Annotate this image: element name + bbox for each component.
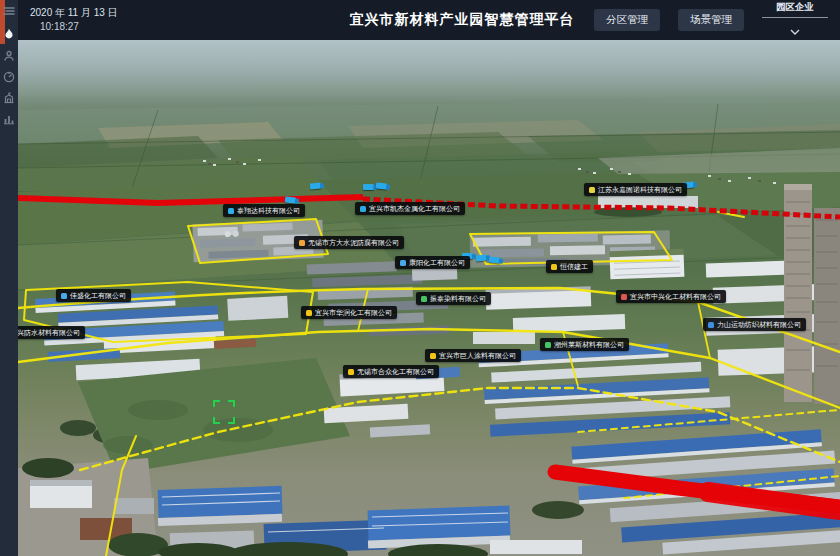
company-label-text: 泰翔达科技有限公司: [237, 207, 300, 214]
selection-box: [213, 400, 235, 424]
company-label[interactable]: 宜兴市华润化工有限公司: [301, 306, 397, 319]
factory-icon: [3, 92, 15, 104]
toolbar-item-personnel[interactable]: [0, 47, 18, 65]
company-label-text: 宜兴防水材料有限公司: [18, 329, 80, 336]
company-label-text: 宜兴市巨人涂料有限公司: [439, 352, 516, 359]
company-marker-icon: [421, 296, 427, 302]
company-marker-icon: [430, 353, 436, 359]
company-marker-icon: [61, 293, 67, 299]
toolbar-item-statistics[interactable]: [0, 110, 18, 128]
company-marker-icon: [400, 260, 406, 266]
app-window: 2020 年 11 月 13 日 10:18:27 宜兴市新材料产业园智慧管理平…: [0, 0, 840, 556]
company-label[interactable]: 江苏永嘉固诺科技有限公司: [584, 183, 687, 196]
company-label-text: 康阳化工有限公司: [409, 259, 465, 266]
zone-manage-button[interactable]: 分区管理: [594, 9, 660, 31]
company-label-text: 佳盛化工有限公司: [70, 292, 126, 299]
company-label[interactable]: 泰翔达科技有限公司: [223, 204, 305, 217]
left-toolbar: [0, 0, 18, 556]
company-label[interactable]: 无锡市合众化工有限公司: [343, 365, 439, 378]
park-enterprise-dropdown[interactable]: 园区企业: [762, 1, 828, 39]
company-marker-icon: [708, 322, 714, 328]
chevron-down-icon: [790, 21, 800, 39]
scene-manage-button[interactable]: 场景管理: [678, 9, 744, 31]
company-label-text: 无锡市方大水泥防腐有限公司: [308, 239, 399, 246]
company-label[interactable]: 宜兴市凯杰金属化工有限公司: [355, 202, 465, 215]
company-label-text: 宜兴市凯杰金属化工有限公司: [369, 205, 460, 212]
company-marker-icon: [360, 206, 366, 212]
company-label[interactable]: 潮州莱斯材料有限公司: [540, 338, 629, 351]
header-actions: 分区管理 场景管理 园区企业: [594, 1, 840, 39]
company-label[interactable]: 力山运动纺织材料有限公司: [703, 318, 806, 331]
company-marker-icon: [545, 342, 551, 348]
map-3d-view[interactable]: 泰翔达科技有限公司 宜兴市凯杰金属化工有限公司 江苏永嘉固诺科技有限公司 无锡市…: [18, 40, 840, 556]
company-label-text: 宜兴市华润化工有限公司: [315, 309, 392, 316]
company-label[interactable]: 振泰染料有限公司: [416, 292, 491, 305]
vehicle-marker[interactable]: [363, 184, 374, 190]
company-label-text: 振泰染料有限公司: [430, 295, 486, 302]
top-bar: 2020 年 11 月 13 日 10:18:27 宜兴市新材料产业园智慧管理平…: [18, 0, 840, 40]
toolbar-item-menu[interactable]: [0, 2, 18, 20]
gauge-icon: [3, 71, 15, 83]
vehicle-marker[interactable]: [489, 257, 500, 264]
flame-icon: [3, 28, 15, 40]
company-label[interactable]: 康阳化工有限公司: [395, 256, 470, 269]
company-label-text: 江苏永嘉固诺科技有限公司: [598, 186, 682, 193]
vehicle-marker[interactable]: [310, 182, 322, 189]
company-label[interactable]: 宜兴防水材料有限公司: [18, 326, 85, 339]
company-label[interactable]: 佳盛化工有限公司: [56, 289, 131, 302]
hamburger-icon: [3, 5, 15, 17]
toolbar-item-enterprise[interactable]: [0, 89, 18, 107]
bar-chart-icon: [3, 113, 15, 125]
page-title: 宜兴市新材料产业园智慧管理平台: [349, 11, 574, 29]
company-label[interactable]: 恒信建工: [546, 260, 593, 273]
company-label-text: 潮州莱斯材料有限公司: [554, 341, 624, 348]
company-marker-icon: [589, 187, 595, 193]
company-marker-icon: [348, 369, 354, 375]
toolbar-item-fire[interactable]: [0, 25, 18, 43]
company-label[interactable]: 宜兴市巨人涂料有限公司: [425, 349, 521, 362]
company-label[interactable]: 无锡市方大水泥防腐有限公司: [294, 236, 404, 249]
company-marker-icon: [299, 240, 305, 246]
company-label[interactable]: 宜兴市中兴化工材料有限公司: [616, 290, 726, 303]
company-marker-icon: [621, 294, 627, 300]
vehicle-marker[interactable]: [376, 183, 387, 190]
current-date: 2020 年 11 月 13 日: [30, 6, 118, 21]
vehicle-marker[interactable]: [476, 254, 488, 261]
company-marker-icon: [306, 310, 312, 316]
dropdown-divider: [762, 17, 828, 18]
company-label-text: 力山运动纺织材料有限公司: [717, 321, 801, 328]
company-label-text: 宜兴市中兴化工材料有限公司: [630, 293, 721, 300]
current-time: 10:18:27: [40, 20, 118, 35]
vehicle-marker[interactable]: [285, 197, 296, 204]
datetime-block: 2020 年 11 月 13 日 10:18:27: [30, 6, 118, 35]
dropdown-label: 园区企业: [776, 1, 814, 17]
person-icon: [3, 50, 15, 62]
company-label-text: 恒信建工: [560, 263, 588, 270]
toolbar-item-monitor[interactable]: [0, 68, 18, 86]
company-marker-icon: [551, 264, 557, 270]
company-label-text: 无锡市合众化工有限公司: [357, 368, 434, 375]
company-marker-icon: [228, 208, 234, 214]
